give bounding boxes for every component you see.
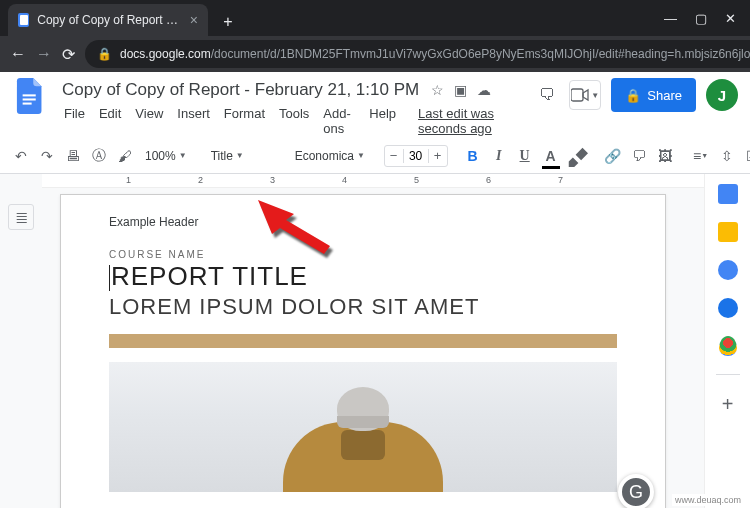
keep-icon[interactable] <box>718 222 738 242</box>
ruler[interactable]: 1234567 <box>42 174 704 188</box>
contacts-icon[interactable] <box>718 298 738 318</box>
align-button[interactable]: ≡▼ <box>690 144 712 168</box>
menu-format[interactable]: Format <box>218 104 271 138</box>
user-avatar[interactable]: J <box>706 79 738 111</box>
hero-image[interactable] <box>109 362 617 492</box>
tab-strip: Copy of Copy of Report - Febru… × + <box>0 0 644 36</box>
get-addons-button[interactable]: + <box>722 393 734 416</box>
underline-button[interactable]: U <box>514 144 536 168</box>
minimize-button[interactable]: — <box>664 11 677 26</box>
report-title-text[interactable]: REPORT TITLE <box>109 262 617 292</box>
cloud-saved-icon[interactable]: ☁ <box>477 82 491 98</box>
browser-titlebar: Copy of Copy of Report - Febru… × + — ▢ … <box>0 0 750 36</box>
menu-addons[interactable]: Add-ons <box>317 104 361 138</box>
browser-toolbar: ← → ⟳ 🔒 docs.google.com/document/d/1BNDM… <box>0 36 750 72</box>
close-icon[interactable]: × <box>190 13 198 27</box>
svg-rect-2 <box>23 103 32 105</box>
svg-rect-1 <box>23 98 36 100</box>
course-name-text[interactable]: COURSE NAME <box>109 249 617 260</box>
menu-help[interactable]: Help <box>363 104 402 138</box>
font-size-control: − 30 + <box>384 145 448 167</box>
side-panel: + <box>704 174 750 508</box>
window-controls: — ▢ ✕ <box>644 11 750 36</box>
share-button[interactable]: 🔒Share <box>611 78 696 112</box>
docs-favicon <box>18 13 29 27</box>
document-outline-button[interactable]: ≣ <box>8 204 34 230</box>
undo-button[interactable]: ↶ <box>10 144 32 168</box>
left-sidebar: ≣ <box>0 174 42 508</box>
last-edit-link[interactable]: Last edit was seconds ago <box>412 104 525 138</box>
address-bar[interactable]: 🔒 docs.google.com/document/d/1BNDM25FTmv… <box>85 40 750 68</box>
document-title[interactable]: Copy of Copy of Report - February 21, 1:… <box>58 78 423 102</box>
menu-view[interactable]: View <box>129 104 169 138</box>
menu-insert[interactable]: Insert <box>171 104 216 138</box>
styles-dropdown[interactable]: Title▼ <box>206 144 276 168</box>
watermark: www.deuaq.com <box>672 494 744 506</box>
grammarly-button[interactable]: G <box>618 474 654 508</box>
font-size-decrease[interactable]: − <box>385 148 403 163</box>
menu-bar: File Edit View Insert Format Tools Add-o… <box>58 104 525 138</box>
new-tab-button[interactable]: + <box>214 8 242 36</box>
ruler-number: 1 <box>126 175 131 185</box>
close-window-button[interactable]: ✕ <box>725 11 736 26</box>
menu-edit[interactable]: Edit <box>93 104 127 138</box>
document-area: 1234567 Example Header COURSE NAME REPOR… <box>42 174 704 508</box>
insert-link-button[interactable]: 🔗 <box>602 144 624 168</box>
reload-button[interactable]: ⟳ <box>62 45 75 64</box>
ruler-number: 7 <box>558 175 563 185</box>
insert-image-button[interactable]: 🖼 <box>654 144 676 168</box>
italic-button[interactable]: I <box>488 144 510 168</box>
workspace: ≣ 1234567 Example Header COURSE NAME REP… <box>0 174 750 508</box>
page[interactable]: Example Header COURSE NAME REPORT TITLE … <box>60 194 666 508</box>
docs-header: Copy of Copy of Report - February 21, 1:… <box>0 72 750 138</box>
subtitle-text[interactable]: LOREM IPSUM DOLOR SIT AMET <box>109 294 617 320</box>
lock-icon: 🔒 <box>625 88 641 103</box>
svg-rect-3 <box>571 89 583 101</box>
print-button[interactable]: 🖶 <box>62 144 84 168</box>
maximize-button[interactable]: ▢ <box>695 11 707 26</box>
back-button[interactable]: ← <box>10 45 26 63</box>
line-spacing-button[interactable]: ⇳ <box>716 144 738 168</box>
tab-title: Copy of Copy of Report - Febru… <box>37 13 182 27</box>
docs-toolbar: ↶ ↷ 🖶 Ⓐ 🖌 100%▼ Title▼ Economica▼ − 30 +… <box>0 138 750 174</box>
star-icon[interactable]: ☆ <box>431 82 444 98</box>
ruler-number: 3 <box>270 175 275 185</box>
checklist-button[interactable]: ☑ <box>742 144 750 168</box>
zoom-dropdown[interactable]: 100%▼ <box>140 144 192 168</box>
add-comment-button[interactable]: 🗩 <box>628 144 650 168</box>
page-header-text[interactable]: Example Header <box>109 215 617 229</box>
spellcheck-button[interactable]: Ⓐ <box>88 144 110 168</box>
highlight-button[interactable] <box>566 144 588 168</box>
url-text: docs.google.com/document/d/1BNDM25FTmvmJ… <box>120 47 750 61</box>
move-icon[interactable]: ▣ <box>454 82 467 98</box>
redo-button[interactable]: ↷ <box>36 144 58 168</box>
tasks-icon[interactable] <box>718 260 738 280</box>
font-dropdown[interactable]: Economica▼ <box>290 144 370 168</box>
font-size-increase[interactable]: + <box>429 148 447 163</box>
calendar-icon[interactable] <box>718 184 738 204</box>
svg-rect-0 <box>23 94 36 96</box>
ruler-number: 5 <box>414 175 419 185</box>
divider-bar[interactable] <box>109 334 617 348</box>
ruler-number: 4 <box>342 175 347 185</box>
font-size-value[interactable]: 30 <box>403 149 429 163</box>
paint-format-button[interactable]: 🖌 <box>114 144 136 168</box>
comment-history-icon[interactable]: 🗨 <box>535 82 559 108</box>
menu-file[interactable]: File <box>58 104 91 138</box>
docs-logo[interactable] <box>12 78 48 114</box>
text-color-button[interactable]: A <box>540 144 562 168</box>
browser-tab[interactable]: Copy of Copy of Report - Febru… × <box>8 4 208 36</box>
forward-button[interactable]: → <box>36 45 52 63</box>
maps-icon[interactable] <box>719 336 737 356</box>
menu-tools[interactable]: Tools <box>273 104 315 138</box>
ruler-number: 6 <box>486 175 491 185</box>
lock-icon: 🔒 <box>97 47 112 61</box>
meet-button[interactable]: ▼ <box>569 80 601 110</box>
ruler-number: 2 <box>198 175 203 185</box>
bold-button[interactable]: B <box>462 144 484 168</box>
